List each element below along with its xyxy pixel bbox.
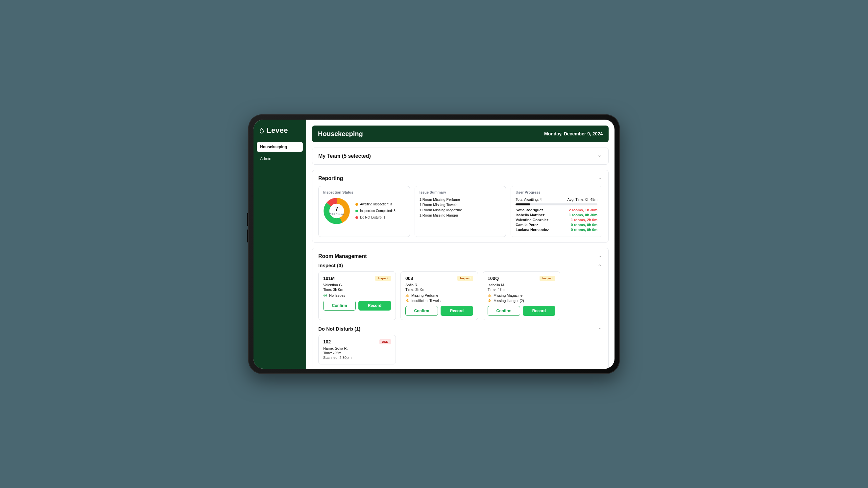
tablet-frame: Levee Housekeeping Admin Housekeeping Mo… (248, 115, 620, 374)
donut-chart: 7 Total Rooms (323, 197, 350, 224)
room-time: Time: 2h 0m (405, 288, 473, 291)
status-badge: Inspect (375, 276, 391, 281)
droplet-icon (259, 127, 265, 134)
svg-point-9 (490, 296, 490, 296)
user-row: Luciana Hernandez0 rooms, 0h 0m (516, 228, 597, 232)
issue-summary-title: Issue Summary (420, 190, 501, 194)
warning-icon (488, 293, 492, 297)
dot-icon (355, 210, 358, 212)
panel-reporting: Reporting Inspection Status (312, 170, 609, 242)
chevron-up-icon (597, 254, 602, 259)
room-number: 003 (405, 276, 413, 281)
dnd-title: Do Not Disturb (1) (318, 326, 360, 332)
confirm-button[interactable]: Confirm (405, 306, 438, 316)
status-badge: DND (379, 339, 391, 345)
user-row: Valentina Gonzalez1 rooms, 2h 0m (516, 218, 597, 222)
card-issue-summary: Issue Summary 1 Room Missing Perfume 1 R… (414, 186, 506, 237)
sidebar-item-label: Housekeeping (260, 144, 287, 149)
brand-name: Levee (267, 126, 288, 135)
sidebar: Levee Housekeeping Admin (253, 120, 306, 369)
chevron-up-icon (597, 176, 602, 181)
room-card: 003 Inspect Sofia R. Time: 2h 0m Missing… (400, 271, 478, 320)
main-content: Housekeeping Monday, December 9, 2024 My… (306, 120, 615, 369)
issue-item: 1 Room Missing Hanger (420, 213, 501, 217)
confirm-button[interactable]: Confirm (323, 301, 356, 311)
dnd-line: Name: Sofia R. (323, 346, 391, 350)
card-user-progress: User Progress Total Awaiting: 4 Avg. Tim… (510, 186, 602, 237)
dot-icon (355, 203, 358, 206)
room-issue: Missing Hanger (2) (488, 299, 555, 303)
page-date: Monday, December 9, 2024 (544, 131, 603, 136)
user-progress-title: User Progress (516, 190, 597, 194)
panel-room-management: Room Management Inspect (3) (312, 248, 609, 369)
svg-point-5 (407, 296, 408, 296)
inspection-status-title: Inspection Status (323, 190, 405, 194)
svg-point-11 (490, 301, 490, 302)
room-management-header[interactable]: Room Management (318, 253, 602, 259)
user-row: Sofia Rodriguez2 rooms, 1h 30m (516, 208, 597, 212)
room-assignee: Isabella M. (488, 283, 555, 287)
room-assignee: Sofia R. (405, 283, 473, 287)
status-badge: Inspect (539, 276, 555, 281)
chevron-down-icon (597, 154, 602, 159)
reporting-title: Reporting (318, 175, 343, 182)
svg-point-7 (407, 301, 408, 302)
dnd-line: Scanned: 2:30pm (323, 356, 391, 359)
room-time: Time: 45m (488, 288, 555, 291)
sidebar-item-housekeeping[interactable]: Housekeeping (257, 142, 303, 152)
record-button[interactable]: Record (359, 301, 391, 311)
legend-row: Do Not Disturb: 1 (355, 216, 396, 220)
reporting-header[interactable]: Reporting (318, 175, 602, 182)
room-number: 102 (323, 339, 331, 345)
card-inspection-status: Inspection Status 7 (318, 186, 410, 237)
my-team-title: My Team (5 selected) (318, 153, 371, 159)
room-time: Time: 3h 0m (323, 288, 391, 291)
brand-logo: Levee (259, 126, 301, 135)
issue-item: 1 Room Missing Magazine (420, 208, 501, 212)
room-assignee: Valentina G. (323, 283, 391, 287)
page-header: Housekeeping Monday, December 9, 2024 (312, 126, 609, 142)
panel-my-team[interactable]: My Team (5 selected) (312, 148, 609, 165)
legend-row: Awaiting Inspection: 3 (355, 202, 396, 206)
status-badge: Inspect (457, 276, 473, 281)
inspect-title: Inspect (3) (318, 263, 343, 268)
sidebar-item-label: Admin (260, 156, 271, 161)
room-issue: Insufficient Towels (405, 299, 473, 303)
chevron-up-icon (597, 326, 602, 331)
progress-bar (516, 203, 597, 205)
issue-item: 1 Room Missing Towels (420, 203, 501, 207)
room-management-title: Room Management (318, 253, 367, 259)
room-issue: No Issues (323, 293, 391, 297)
inspect-header[interactable]: Inspect (3) (318, 263, 602, 268)
dot-icon (355, 216, 358, 219)
warning-icon (405, 293, 409, 297)
page-title: Housekeeping (318, 130, 363, 138)
user-row: Isabella Martinez1 rooms, 0h 30m (516, 213, 597, 217)
dnd-line: Time: -25m (323, 351, 391, 355)
check-icon (323, 293, 327, 297)
donut-total: 7 (335, 206, 338, 212)
record-button[interactable]: Record (523, 306, 555, 316)
avg-time: Avg. Time: 0h 48m (567, 197, 598, 201)
chevron-up-icon (597, 263, 602, 268)
record-button[interactable]: Record (441, 306, 473, 316)
dnd-header[interactable]: Do Not Disturb (1) (318, 326, 602, 332)
warning-icon (488, 299, 492, 303)
legend-row: Inspection Completed: 3 (355, 209, 396, 213)
room-card: 102 DND Name: Sofia R. Time: -25m Scanne… (318, 335, 396, 364)
donut-legend: Awaiting Inspection: 3 Inspection Comple… (355, 202, 396, 220)
issue-item: 1 Room Missing Perfume (420, 197, 501, 201)
warning-icon (405, 299, 409, 303)
confirm-button[interactable]: Confirm (488, 306, 520, 316)
room-card: 101M Inspect Valentina G. Time: 3h 0m No… (318, 271, 396, 320)
screen: Levee Housekeeping Admin Housekeeping Mo… (253, 120, 615, 369)
total-awaiting: Total Awaiting: 4 (516, 197, 541, 201)
user-row: Camila Perez0 rooms, 0h 0m (516, 223, 597, 227)
sidebar-item-admin[interactable]: Admin (257, 154, 303, 164)
room-issue: Missing Magazine (488, 293, 555, 297)
donut-total-label: Total Rooms (330, 213, 344, 216)
issue-summary-list: 1 Room Missing Perfume 1 Room Missing To… (420, 197, 501, 217)
room-number: 100Q (488, 276, 499, 281)
room-issue: Missing Perfume (405, 293, 473, 297)
room-number: 101M (323, 276, 335, 281)
